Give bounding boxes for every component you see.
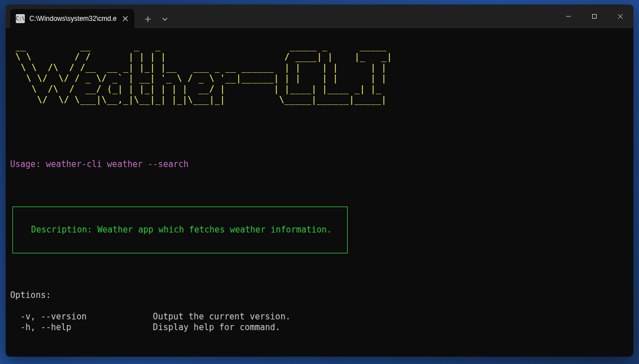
window-controls — [555, 5, 633, 28]
svg-rect-0 — [593, 15, 597, 19]
description-box: Description: Weather app which fetches w… — [12, 207, 348, 253]
usage-line: Usage: weather-cli weather --search — [10, 159, 629, 170]
ascii-banner: __ __ _ _ _____ _ _____ \ \ / / | | | | … — [10, 41, 629, 106]
titlebar[interactable]: C:\ C:\Windows\system32\cmd.ex — [6, 5, 633, 28]
options-header: Options: — [10, 290, 629, 301]
cmd-icon: C:\ — [16, 14, 25, 23]
option-row: -h, --help Display help for command. — [10, 322, 629, 333]
description-text: Description: Weather app which fetches w… — [13, 225, 347, 235]
terminal-output[interactable]: __ __ _ _ _____ _ _____ \ \ / / | | | | … — [6, 28, 633, 357]
terminal-window: C:\ C:\Windows\system32\cmd.ex — [6, 5, 633, 357]
tabs-area: C:\ C:\Windows\system32\cmd.ex — [6, 5, 555, 28]
minimize-button[interactable] — [555, 5, 581, 28]
maximize-button[interactable] — [581, 5, 607, 28]
option-row: -v, --version Output the current version… — [10, 312, 629, 322]
close-button[interactable] — [607, 5, 633, 28]
new-tab-button[interactable] — [139, 10, 157, 28]
tab-title: C:\Windows\system32\cmd.ex — [29, 15, 116, 23]
tab-close-button[interactable] — [121, 14, 130, 23]
tab-dropdown-button[interactable] — [157, 10, 173, 28]
tab-active[interactable]: C:\ C:\Windows\system32\cmd.ex — [10, 9, 134, 28]
